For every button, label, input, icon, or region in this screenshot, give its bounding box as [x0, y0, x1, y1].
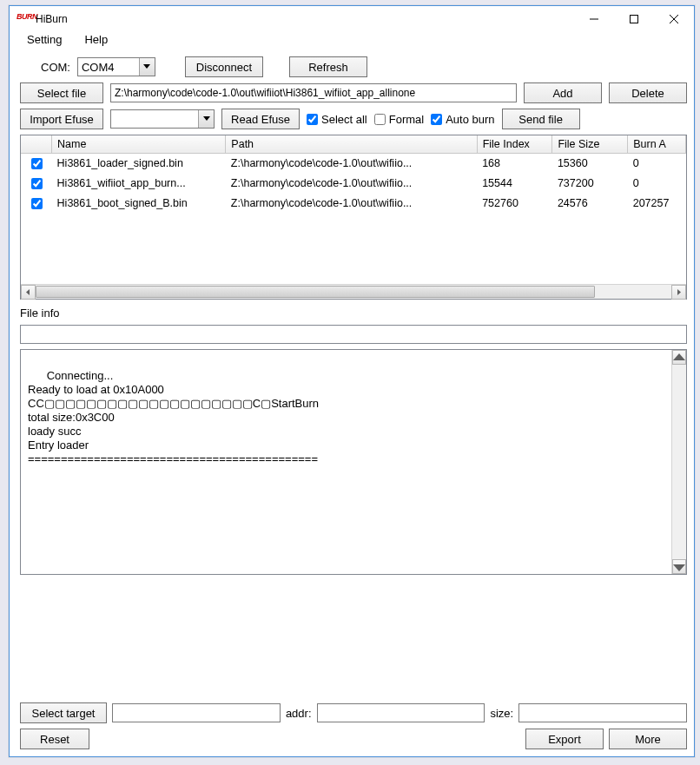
scroll-up-icon[interactable] — [672, 350, 686, 365]
row-checkbox[interactable] — [31, 198, 43, 209]
log-text: Connecting... Ready to load at 0x10A000 … — [28, 369, 319, 465]
select-file-button[interactable]: Select file — [20, 82, 103, 103]
chevron-down-icon[interactable] — [139, 58, 155, 76]
reset-button[interactable]: Reset — [20, 729, 89, 749]
file-row: Select file Z:\harmony\code\code-1.0\out… — [20, 82, 687, 103]
com-label: COM: — [41, 61, 70, 74]
table-row[interactable]: Hi3861_loader_signed.binZ:\harmony\code\… — [21, 153, 686, 174]
header-burn-addr[interactable]: Burn A — [628, 135, 686, 153]
auto-burn-checkbox[interactable]: Auto burn — [431, 113, 494, 126]
refresh-button[interactable]: Refresh — [289, 56, 367, 77]
cell-size: 24576 — [552, 194, 628, 214]
select-all-label: Select all — [321, 113, 367, 126]
addr-field[interactable] — [317, 703, 485, 722]
file-path-field[interactable]: Z:\harmony\code\code-1.0\out\wifiiot\Hi3… — [110, 83, 517, 102]
cell-burn: 0 — [628, 174, 686, 194]
cell-path: Z:\harmony\code\code-1.0\out\wifiio... — [226, 153, 477, 174]
cell-burn: 207257 — [628, 194, 686, 214]
close-button[interactable] — [654, 6, 694, 32]
cell-index: 168 — [477, 153, 552, 174]
select-all-checkbox[interactable]: Select all — [307, 113, 367, 126]
cell-path: Z:\harmony\code\code-1.0\out\wifiio... — [226, 174, 477, 194]
table-row[interactable]: Hi3861_boot_signed_B.binZ:\harmony\code\… — [21, 194, 686, 214]
com-combo[interactable]: COM4 — [77, 57, 155, 76]
maximize-button[interactable] — [614, 6, 654, 32]
bottom-panel: Select target addr: size: Reset Export M… — [20, 702, 687, 749]
cell-size: 15360 — [552, 153, 628, 174]
select-target-button[interactable]: Select target — [20, 702, 107, 723]
table-header: Name Path File Index File Size Burn A — [21, 135, 686, 153]
menu-help[interactable]: Help — [79, 31, 113, 48]
log-output[interactable]: Connecting... Ready to load at 0x10A000 … — [20, 349, 687, 575]
cell-burn: 0 — [628, 153, 686, 174]
row-checkbox[interactable] — [31, 158, 43, 169]
efuse-combo[interactable] — [110, 109, 215, 129]
client-area: COM: COM4 Disconnect Refresh Select file… — [10, 51, 694, 756]
header-file-size[interactable]: File Size — [552, 135, 628, 153]
formal-label: Formal — [389, 113, 424, 126]
formal-checkbox[interactable]: Formal — [374, 113, 424, 126]
svg-rect-0 — [631, 16, 638, 23]
size-label: size: — [490, 707, 513, 720]
cell-name: Hi3861_loader_signed.bin — [52, 153, 226, 174]
size-field[interactable] — [518, 703, 687, 722]
com-value: COM4 — [78, 61, 139, 74]
cell-index: 752760 — [477, 194, 552, 214]
addr-label: addr: — [286, 707, 312, 720]
app-window: BURN HiBurn Setting Help COM: COM4 — [9, 5, 695, 757]
header-path[interactable]: Path — [226, 135, 477, 153]
cell-index: 15544 — [477, 174, 552, 194]
file-info-label: File info — [20, 307, 687, 320]
vertical-scrollbar[interactable] — [671, 350, 686, 574]
header-file-index[interactable]: File Index — [477, 135, 552, 153]
file-info-box[interactable] — [20, 325, 687, 344]
cell-name: Hi3861_boot_signed_B.bin — [52, 194, 226, 214]
menu-setting[interactable]: Setting — [22, 31, 67, 48]
disconnect-button[interactable]: Disconnect — [185, 56, 263, 77]
target-field[interactable] — [112, 703, 281, 722]
app-icon: BURN — [17, 12, 30, 26]
import-efuse-button[interactable]: Import Efuse — [20, 109, 103, 129]
header-name[interactable]: Name — [52, 135, 226, 153]
scroll-right-icon[interactable] — [671, 285, 686, 300]
auto-burn-label: Auto burn — [446, 113, 494, 126]
scrollbar-thumb[interactable] — [36, 286, 595, 298]
table-row[interactable]: Hi3861_wifiiot_app_burn...Z:\harmony\cod… — [21, 174, 686, 194]
cell-size: 737200 — [552, 174, 628, 194]
scroll-left-icon[interactable] — [21, 285, 36, 300]
cell-name: Hi3861_wifiiot_app_burn... — [52, 174, 226, 194]
titlebar: BURN HiBurn — [10, 6, 694, 32]
file-table: Name Path File Index File Size Burn A Hi… — [20, 135, 687, 300]
scrollbar-track[interactable] — [36, 285, 671, 299]
cell-path: Z:\harmony\code\code-1.0\out\wifiio... — [226, 194, 477, 214]
export-button[interactable]: Export — [525, 729, 604, 749]
scroll-down-icon[interactable] — [672, 559, 686, 574]
row-checkbox[interactable] — [31, 178, 43, 189]
read-efuse-button[interactable]: Read Efuse — [221, 109, 300, 129]
minimize-button[interactable] — [574, 6, 614, 32]
table-body: Hi3861_loader_signed.binZ:\harmony\code\… — [21, 153, 686, 284]
com-row: COM: COM4 Disconnect Refresh — [41, 56, 687, 77]
add-button[interactable]: Add — [524, 82, 602, 103]
app-title: HiBurn — [36, 13, 68, 25]
chevron-down-icon[interactable] — [198, 110, 214, 128]
menubar: Setting Help — [10, 32, 694, 51]
send-file-button[interactable]: Send file — [502, 109, 580, 129]
header-checkbox[interactable] — [21, 135, 52, 153]
horizontal-scrollbar[interactable] — [21, 284, 686, 299]
delete-button[interactable]: Delete — [609, 82, 687, 103]
efuse-row: Import Efuse Read Efuse Select all Forma… — [20, 109, 687, 129]
more-button[interactable]: More — [609, 729, 687, 749]
